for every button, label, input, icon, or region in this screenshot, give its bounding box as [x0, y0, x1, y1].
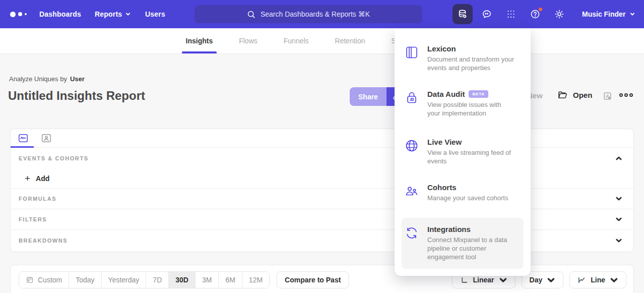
chevron-down-icon[interactable] — [615, 237, 622, 244]
profiles-tab[interactable] — [40, 133, 52, 144]
nav-users[interactable]: Users — [145, 10, 165, 18]
chevron-down-icon — [125, 12, 131, 17]
chart-type-dropdown[interactable]: Line — [569, 271, 626, 288]
nav-dashboards-label: Dashboards — [39, 10, 81, 18]
tab-retention[interactable]: Retention — [322, 28, 378, 53]
chevron-down-icon[interactable] — [615, 195, 622, 202]
menu-item-title: Integrations — [427, 225, 471, 233]
help-icon[interactable] — [525, 4, 545, 24]
line-chart-icon — [577, 276, 586, 284]
date-3m[interactable]: 3M — [196, 272, 219, 288]
menu-item-integrations[interactable]: Integrations Connect Mixpanel to a data … — [395, 225, 531, 261]
menu-item-lexicon[interactable]: Lexicon Document and transform your even… — [395, 44, 531, 72]
help-notification-dot — [538, 7, 543, 12]
query-builder-card: EVENTS & COHORTS + Add FORMULAS FILTERS … — [10, 129, 634, 252]
search-input[interactable]: Search Dashboards & Reports ⌘K — [195, 5, 422, 23]
top-nav: Dashboards Reports Users Search Dashboar… — [0, 0, 644, 28]
open-label: Open — [573, 91, 592, 99]
insights-chart-icon — [18, 133, 29, 144]
board-add-icon — [603, 91, 612, 101]
menu-item-title: Data Audit — [427, 90, 465, 98]
analyze-prefix: Analyze Uniques by — [9, 75, 67, 83]
section-label: BREAKDOWNS — [19, 238, 68, 244]
share-button[interactable]: Share — [350, 87, 387, 106]
chevron-down-icon — [610, 276, 618, 284]
data-management-dropdown: Lexicon Document and transform your even… — [395, 28, 531, 276]
search-placeholder: Search Dashboards & Reports ⌘K — [261, 10, 370, 18]
menu-item-description: Manage your saved cohorts — [427, 194, 508, 202]
nav-reports-label: Reports — [95, 10, 122, 18]
project-switcher[interactable]: Music Finder — [582, 0, 635, 28]
chart-controls-card: Custom Today Yesterday 7D 30D 3M 6M 12M … — [10, 265, 634, 293]
date-range-segmented-control: Custom Today Yesterday 7D 30D 3M 6M 12M — [19, 271, 270, 288]
mixpanel-logo-icon[interactable] — [10, 10, 32, 18]
date-custom[interactable]: Custom — [19, 272, 69, 288]
integrations-sync-icon — [405, 226, 419, 240]
menu-item-title: Lexicon — [427, 44, 456, 53]
more-options-button[interactable] — [619, 93, 633, 97]
menu-item-title: Live View — [427, 138, 462, 146]
menu-item-title: Cohorts — [427, 183, 457, 192]
analyze-breadcrumb: Analyze Uniques byUser — [9, 75, 85, 83]
search-icon — [247, 10, 255, 19]
menu-item-description: View possible issues with your implement… — [427, 100, 514, 118]
open-button[interactable]: Open — [557, 90, 592, 100]
add-event-button[interactable]: + Add — [11, 168, 633, 189]
section-formulas[interactable]: FORMULAS — [11, 189, 633, 209]
date-12m[interactable]: 12M — [242, 272, 269, 288]
nav-dashboards[interactable]: Dashboards — [39, 10, 81, 18]
date-7d[interactable]: 7D — [146, 272, 169, 288]
tab-funnels[interactable]: Funnels — [271, 28, 322, 53]
menu-item-description: Connect Mixpanel to a data pipeline or c… — [427, 236, 514, 261]
nav-reports[interactable]: Reports — [95, 10, 131, 18]
lexicon-book-icon — [405, 45, 419, 60]
date-today[interactable]: Today — [69, 272, 101, 288]
chevron-down-icon[interactable] — [615, 216, 622, 223]
section-label: FILTERS — [19, 216, 47, 222]
linear-axes-icon — [460, 276, 469, 284]
nav-users-label: Users — [145, 10, 165, 18]
menu-item-live-view[interactable]: Live View View a live streaming feed of … — [395, 138, 531, 165]
date-yesterday[interactable]: Yesterday — [102, 272, 147, 288]
builder-tabs — [11, 129, 633, 148]
calendar-icon — [26, 276, 34, 284]
settings-gear-icon[interactable] — [549, 4, 569, 24]
menu-item-cohorts[interactable]: Cohorts Manage your saved cohorts — [395, 183, 531, 202]
section-label: EVENTS & COHORTS — [19, 155, 89, 161]
add-label: Add — [36, 174, 49, 183]
menu-item-description: Document and transform your events and p… — [427, 55, 514, 72]
cohorts-people-icon — [405, 184, 419, 198]
date-30d[interactable]: 30D — [169, 272, 196, 288]
date-6m[interactable]: 6M — [219, 272, 242, 288]
menu-item-description: View a live streaming feed of events — [427, 148, 514, 165]
apps-grid-icon[interactable] — [501, 4, 521, 24]
profile-person-icon — [41, 133, 52, 144]
data-audit-lock-icon — [405, 91, 419, 105]
project-name: Music Finder — [582, 10, 625, 18]
analyze-entity[interactable]: User — [70, 75, 85, 83]
section-filters[interactable]: FILTERS — [11, 209, 633, 230]
live-view-globe-icon — [405, 139, 419, 153]
chevron-down-icon — [630, 12, 635, 17]
feedback-icon[interactable] — [477, 4, 497, 24]
more-icon — [619, 93, 623, 97]
folder-icon — [557, 90, 568, 100]
chevron-up-icon[interactable] — [615, 155, 622, 162]
metrics-tab[interactable] — [17, 133, 29, 144]
tab-insights[interactable]: Insights — [173, 28, 226, 53]
tab-flows[interactable]: Flows — [226, 28, 271, 53]
save-to-board-button[interactable] — [603, 91, 612, 103]
plus-icon: + — [25, 173, 30, 183]
page-title[interactable]: Untitled Insights Report — [8, 89, 145, 103]
chevron-down-icon — [499, 276, 507, 284]
section-label: FORMULAS — [19, 196, 56, 202]
report-tabbar: Insights Flows Funnels Retention Signal … — [0, 28, 644, 54]
section-events-cohorts[interactable]: EVENTS & COHORTS — [11, 148, 633, 168]
compare-to-past-button[interactable]: Compare to Past — [277, 271, 349, 288]
menu-item-data-audit[interactable]: Data Audit BETA View possible issues wit… — [395, 90, 531, 118]
beta-badge: BETA — [469, 90, 488, 98]
section-breakdowns[interactable]: BREAKDOWNS — [11, 230, 633, 251]
data-management-icon[interactable] — [453, 4, 473, 24]
chevron-down-icon — [547, 276, 555, 284]
